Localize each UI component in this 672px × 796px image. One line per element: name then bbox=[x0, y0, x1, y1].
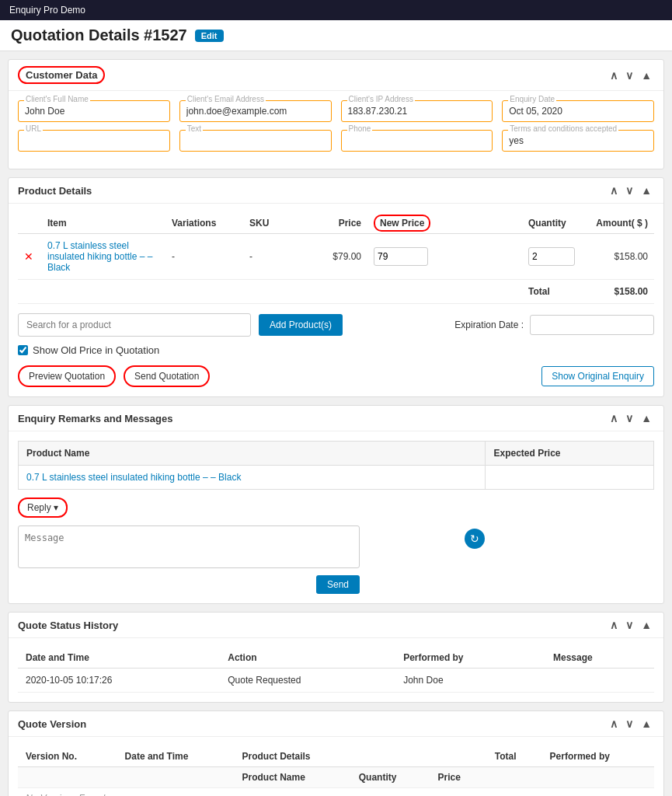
version-quantity-sub: Quantity bbox=[351, 767, 430, 788]
phone-input[interactable] bbox=[341, 130, 493, 152]
enquiry-expected-price-cell bbox=[486, 466, 654, 490]
delete-icon[interactable]: ✕ bbox=[24, 250, 33, 263]
qty-input[interactable] bbox=[528, 247, 575, 266]
status-expand-icon[interactable]: ▲ bbox=[639, 619, 654, 631]
quote-status-controls: ∧ ∨ ▲ bbox=[608, 619, 654, 631]
col-qty-header: Quantity bbox=[522, 213, 584, 234]
collapse-up-icon[interactable]: ∧ bbox=[608, 69, 620, 82]
page-title: Quotation Details #1527 bbox=[11, 26, 187, 44]
full-name-input[interactable] bbox=[18, 100, 170, 122]
total-value: $158.00 bbox=[584, 280, 654, 304]
price-cell: $79.00 bbox=[305, 234, 367, 280]
enquiry-expected-price-header: Expected Price bbox=[486, 442, 654, 466]
status-collapse-down-icon[interactable]: ∨ bbox=[623, 619, 635, 631]
product-details-controls: ∧ ∨ ▲ bbox=[608, 184, 654, 197]
total-spacer bbox=[18, 280, 522, 304]
enquiry-date-label: Enquiry Date bbox=[508, 95, 556, 103]
enquiry-collapse-down-icon[interactable]: ∨ bbox=[623, 412, 635, 424]
url-label: URL bbox=[24, 124, 43, 133]
send-quotation-button[interactable]: Send Quotation bbox=[124, 365, 210, 387]
full-name-label: Client's Full Name bbox=[24, 95, 90, 103]
collapse-down-icon[interactable]: ∨ bbox=[623, 69, 635, 82]
col-sku-header: SKU bbox=[243, 213, 305, 234]
version-collapse-up-icon[interactable]: ∧ bbox=[608, 717, 620, 730]
enquiry-product-name-header: Product Name bbox=[19, 442, 486, 466]
history-action-header: Action bbox=[220, 648, 395, 669]
col-newprice-header: New Price bbox=[367, 213, 522, 234]
terms-field: Terms and conditions accepted bbox=[502, 130, 654, 152]
page-header: Quotation Details #1527 Edit bbox=[0, 20, 672, 51]
checkbox-row: Show Old Price in Quotation bbox=[18, 344, 654, 356]
search-product-input[interactable] bbox=[18, 313, 251, 337]
preview-quotation-button[interactable]: Preview Quotation bbox=[18, 365, 116, 387]
customer-data-body: Client's Full Name Client's Email Addres… bbox=[9, 91, 663, 169]
add-product-button[interactable]: Add Product(s) bbox=[259, 314, 343, 336]
version-total-header: Total bbox=[487, 746, 542, 767]
customer-data-section: Customer Data ∧ ∨ ▲ Client's Full Name C… bbox=[8, 59, 664, 169]
version-expand-icon[interactable]: ▲ bbox=[639, 717, 654, 730]
product-details-header: Product Details ∧ ∨ ▲ bbox=[9, 178, 663, 204]
reply-button[interactable]: Reply ▾ bbox=[18, 498, 68, 518]
enquiry-date-field: Enquiry Date bbox=[502, 100, 654, 122]
terms-input[interactable] bbox=[502, 130, 654, 152]
product-details-section: Product Details ∧ ∨ ▲ Item Variations SK… bbox=[8, 177, 664, 397]
version-no-data: No Versions Found bbox=[18, 788, 654, 797]
customer-fields-row1: Client's Full Name Client's Email Addres… bbox=[18, 100, 654, 122]
col-item-header: Item bbox=[41, 213, 165, 234]
quote-version-title: Quote Version bbox=[18, 718, 86, 730]
enquiry-date-input[interactable] bbox=[502, 100, 654, 122]
show-original-button[interactable]: Show Original Enquiry bbox=[541, 366, 654, 386]
text-label: Text bbox=[186, 124, 203, 133]
enquiry-product-name-cell: 0.7 L stainless steel insulated hiking b… bbox=[19, 466, 486, 490]
message-textarea[interactable] bbox=[18, 525, 360, 568]
amount-cell: $158.00 bbox=[584, 234, 654, 280]
enquiry-collapse-up-icon[interactable]: ∧ bbox=[608, 412, 620, 424]
expiration-date-input[interactable] bbox=[530, 315, 654, 335]
total-row: Total $158.00 bbox=[18, 280, 654, 304]
customer-data-controls: ∧ ∨ ▲ bbox=[608, 69, 654, 82]
version-price-sub: Price bbox=[430, 767, 487, 788]
col-variation-header: Variations bbox=[165, 213, 243, 234]
version-sub-blank1 bbox=[18, 767, 117, 788]
email-input[interactable] bbox=[179, 100, 332, 122]
enquiry-remarks-controls: ∧ ∨ ▲ bbox=[608, 412, 654, 424]
version-table: Version No. Date and Time Product Detail… bbox=[18, 746, 654, 796]
text-input[interactable] bbox=[179, 130, 332, 152]
phone-field: Phone bbox=[341, 130, 493, 152]
product-collapse-up-icon[interactable]: ∧ bbox=[608, 184, 620, 197]
enquiry-table-row: 0.7 L stainless steel insulated hiking b… bbox=[19, 466, 654, 490]
url-input[interactable] bbox=[18, 130, 170, 152]
show-old-price-label: Show Old Price in Quotation bbox=[33, 344, 159, 356]
new-price-label: New Price bbox=[374, 215, 430, 232]
message-area-wrapper: ↻ bbox=[18, 525, 654, 571]
enquiry-remarks-header: Enquiry Remarks and Messages ∧ ∨ ▲ bbox=[9, 406, 663, 431]
email-label: Client's Email Address bbox=[186, 95, 266, 103]
new-price-cell bbox=[367, 234, 522, 280]
ip-field: Client's IP Address bbox=[341, 100, 493, 122]
refresh-icon-button[interactable]: ↻ bbox=[465, 529, 485, 549]
top-bar: Enquiry Pro Demo bbox=[0, 0, 672, 20]
expand-icon[interactable]: ▲ bbox=[639, 69, 654, 82]
new-price-input[interactable] bbox=[374, 247, 428, 266]
action-buttons-row: Preview Quotation Send Quotation Show Or… bbox=[18, 365, 654, 387]
text-field: Text bbox=[179, 130, 332, 152]
history-message-header: Message bbox=[545, 648, 654, 669]
show-old-price-checkbox[interactable] bbox=[18, 345, 28, 355]
version-date-header: Date and Time bbox=[117, 746, 235, 767]
version-collapse-down-icon[interactable]: ∨ bbox=[623, 717, 635, 730]
quote-version-controls: ∧ ∨ ▲ bbox=[608, 717, 654, 730]
delete-cell: ✕ bbox=[18, 234, 41, 280]
product-collapse-down-icon[interactable]: ∨ bbox=[623, 184, 635, 197]
product-link[interactable]: 0.7 L stainless steel insulated hiking b… bbox=[47, 240, 152, 273]
ip-label: Client's IP Address bbox=[347, 95, 415, 103]
enquiry-remarks-section: Enquiry Remarks and Messages ∧ ∨ ▲ Produ… bbox=[8, 405, 664, 604]
enquiry-expand-icon[interactable]: ▲ bbox=[639, 412, 654, 424]
version-sub-blank3 bbox=[487, 767, 542, 788]
status-collapse-up-icon[interactable]: ∧ bbox=[608, 619, 620, 631]
send-message-button[interactable]: Send bbox=[316, 575, 360, 594]
ip-input[interactable] bbox=[341, 100, 493, 122]
enquiry-product-link[interactable]: 0.7 L stainless steel insulated hiking b… bbox=[26, 472, 241, 483]
table-row: ✕ 0.7 L stainless steel insulated hiking… bbox=[18, 234, 654, 280]
version-sub-blank2 bbox=[117, 767, 235, 788]
product-expand-icon[interactable]: ▲ bbox=[639, 184, 654, 197]
